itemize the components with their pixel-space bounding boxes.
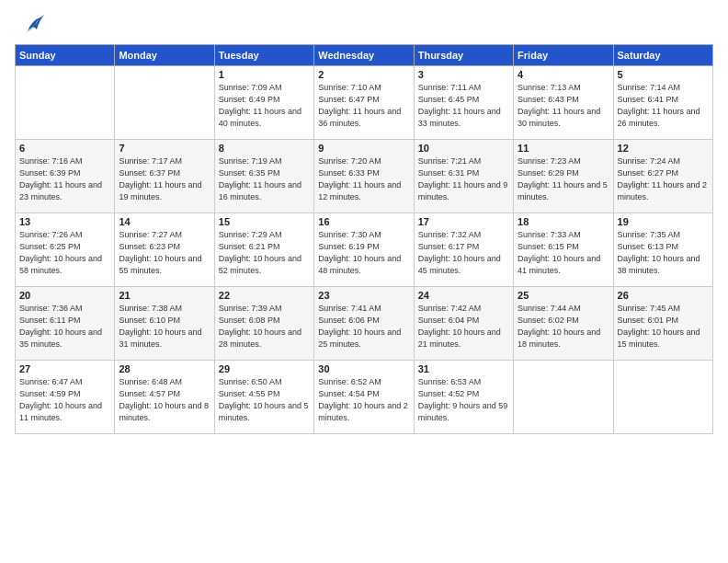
day-info: Sunrise: 7:39 AM Sunset: 6:08 PM Dayligh… xyxy=(219,303,310,350)
day-number: 26 xyxy=(618,290,709,301)
table-row: 18Sunrise: 7:33 AM Sunset: 6:15 PM Dayli… xyxy=(514,213,613,287)
table-row xyxy=(16,66,115,140)
day-info: Sunrise: 7:23 AM Sunset: 6:29 PM Dayligh… xyxy=(518,155,609,203)
day-info: Sunrise: 7:20 AM Sunset: 6:33 PM Dayligh… xyxy=(318,155,409,203)
day-info: Sunrise: 7:27 AM Sunset: 6:23 PM Dayligh… xyxy=(119,229,210,277)
weekday-header-row: Sunday Monday Tuesday Wednesday Thursday… xyxy=(16,45,713,66)
day-number: 10 xyxy=(418,143,509,154)
logo-bird-icon xyxy=(18,11,44,37)
day-info: Sunrise: 7:33 AM Sunset: 6:15 PM Dayligh… xyxy=(518,229,609,277)
calendar: Sunday Monday Tuesday Wednesday Thursday… xyxy=(15,44,713,434)
day-info: Sunrise: 7:21 AM Sunset: 6:31 PM Dayligh… xyxy=(418,155,509,203)
day-number: 31 xyxy=(418,363,509,374)
page: Sunday Monday Tuesday Wednesday Thursday… xyxy=(0,0,728,563)
day-number: 18 xyxy=(518,216,609,227)
table-row: 6Sunrise: 7:16 AM Sunset: 6:39 PM Daylig… xyxy=(16,140,115,213)
day-info: Sunrise: 6:50 AM Sunset: 4:55 PM Dayligh… xyxy=(219,376,310,424)
day-info: Sunrise: 7:11 AM Sunset: 6:45 PM Dayligh… xyxy=(418,82,509,130)
day-number: 2 xyxy=(318,69,409,80)
day-info: Sunrise: 7:38 AM Sunset: 6:10 PM Dayligh… xyxy=(119,303,210,350)
table-row xyxy=(115,66,214,140)
day-number: 24 xyxy=(418,290,509,301)
day-info: Sunrise: 7:44 AM Sunset: 6:02 PM Dayligh… xyxy=(518,303,609,350)
day-info: Sunrise: 6:52 AM Sunset: 4:54 PM Dayligh… xyxy=(318,376,409,424)
table-row: 12Sunrise: 7:24 AM Sunset: 6:27 PM Dayli… xyxy=(613,140,712,213)
table-row: 5Sunrise: 7:14 AM Sunset: 6:41 PM Daylig… xyxy=(613,66,712,140)
logo xyxy=(15,11,44,37)
day-number: 15 xyxy=(219,216,310,227)
day-number: 11 xyxy=(518,143,609,154)
day-number: 6 xyxy=(19,143,110,154)
table-row: 21Sunrise: 7:38 AM Sunset: 6:10 PM Dayli… xyxy=(115,287,214,361)
day-number: 8 xyxy=(219,143,310,154)
table-row: 14Sunrise: 7:27 AM Sunset: 6:23 PM Dayli… xyxy=(115,213,214,287)
table-row: 3Sunrise: 7:11 AM Sunset: 6:45 PM Daylig… xyxy=(414,66,513,140)
table-row: 13Sunrise: 7:26 AM Sunset: 6:25 PM Dayli… xyxy=(16,213,115,287)
day-number: 29 xyxy=(219,363,310,374)
day-number: 25 xyxy=(518,290,609,301)
table-row: 10Sunrise: 7:21 AM Sunset: 6:31 PM Dayli… xyxy=(414,140,513,213)
day-number: 9 xyxy=(318,143,409,154)
day-number: 30 xyxy=(318,363,409,374)
day-number: 4 xyxy=(518,69,609,80)
calendar-week-row: 20Sunrise: 7:36 AM Sunset: 6:11 PM Dayli… xyxy=(16,287,713,361)
day-info: Sunrise: 7:24 AM Sunset: 6:27 PM Dayligh… xyxy=(618,155,709,203)
table-row: 22Sunrise: 7:39 AM Sunset: 6:08 PM Dayli… xyxy=(214,287,313,361)
table-row: 27Sunrise: 6:47 AM Sunset: 4:59 PM Dayli… xyxy=(16,361,115,434)
day-info: Sunrise: 7:14 AM Sunset: 6:41 PM Dayligh… xyxy=(618,82,709,130)
table-row: 20Sunrise: 7:36 AM Sunset: 6:11 PM Dayli… xyxy=(16,287,115,361)
day-info: Sunrise: 7:45 AM Sunset: 6:01 PM Dayligh… xyxy=(618,303,709,350)
table-row: 19Sunrise: 7:35 AM Sunset: 6:13 PM Dayli… xyxy=(613,213,712,287)
day-number: 28 xyxy=(119,363,210,374)
day-number: 22 xyxy=(219,290,310,301)
day-number: 23 xyxy=(318,290,409,301)
table-row: 25Sunrise: 7:44 AM Sunset: 6:02 PM Dayli… xyxy=(514,287,613,361)
day-info: Sunrise: 7:09 AM Sunset: 6:49 PM Dayligh… xyxy=(219,82,310,130)
day-number: 20 xyxy=(19,290,110,301)
header-wednesday: Wednesday xyxy=(314,45,414,66)
day-info: Sunrise: 6:48 AM Sunset: 4:57 PM Dayligh… xyxy=(119,376,210,424)
day-info: Sunrise: 7:17 AM Sunset: 6:37 PM Dayligh… xyxy=(119,155,210,203)
table-row: 17Sunrise: 7:32 AM Sunset: 6:17 PM Dayli… xyxy=(414,213,513,287)
day-number: 3 xyxy=(418,69,509,80)
day-info: Sunrise: 7:29 AM Sunset: 6:21 PM Dayligh… xyxy=(219,229,310,277)
table-row: 28Sunrise: 6:48 AM Sunset: 4:57 PM Dayli… xyxy=(115,361,214,434)
table-row: 1Sunrise: 7:09 AM Sunset: 6:49 PM Daylig… xyxy=(214,66,313,140)
header-thursday: Thursday xyxy=(414,45,513,66)
header-monday: Monday xyxy=(115,45,214,66)
day-number: 1 xyxy=(219,69,310,80)
table-row: 7Sunrise: 7:17 AM Sunset: 6:37 PM Daylig… xyxy=(115,140,214,213)
day-info: Sunrise: 7:16 AM Sunset: 6:39 PM Dayligh… xyxy=(19,155,110,203)
table-row: 26Sunrise: 7:45 AM Sunset: 6:01 PM Dayli… xyxy=(613,287,712,361)
day-info: Sunrise: 7:13 AM Sunset: 6:43 PM Dayligh… xyxy=(518,82,609,130)
day-number: 21 xyxy=(119,290,210,301)
table-row: 9Sunrise: 7:20 AM Sunset: 6:33 PM Daylig… xyxy=(314,140,414,213)
day-number: 14 xyxy=(119,216,210,227)
table-row: 8Sunrise: 7:19 AM Sunset: 6:35 PM Daylig… xyxy=(214,140,313,213)
header xyxy=(15,11,713,37)
calendar-body: 1Sunrise: 7:09 AM Sunset: 6:49 PM Daylig… xyxy=(16,66,713,434)
table-row: 4Sunrise: 7:13 AM Sunset: 6:43 PM Daylig… xyxy=(514,66,613,140)
table-row: 15Sunrise: 7:29 AM Sunset: 6:21 PM Dayli… xyxy=(214,213,313,287)
day-number: 19 xyxy=(618,216,709,227)
table-row: 11Sunrise: 7:23 AM Sunset: 6:29 PM Dayli… xyxy=(514,140,613,213)
day-info: Sunrise: 7:41 AM Sunset: 6:06 PM Dayligh… xyxy=(318,303,409,350)
table-row: 2Sunrise: 7:10 AM Sunset: 6:47 PM Daylig… xyxy=(314,66,414,140)
day-number: 16 xyxy=(318,216,409,227)
day-info: Sunrise: 7:42 AM Sunset: 6:04 PM Dayligh… xyxy=(418,303,509,350)
day-number: 17 xyxy=(418,216,509,227)
table-row xyxy=(514,361,613,434)
header-friday: Friday xyxy=(514,45,613,66)
day-info: Sunrise: 7:35 AM Sunset: 6:13 PM Dayligh… xyxy=(618,229,709,277)
header-tuesday: Tuesday xyxy=(214,45,313,66)
day-info: Sunrise: 7:30 AM Sunset: 6:19 PM Dayligh… xyxy=(318,229,409,277)
table-row: 29Sunrise: 6:50 AM Sunset: 4:55 PM Dayli… xyxy=(214,361,313,434)
day-info: Sunrise: 6:53 AM Sunset: 4:52 PM Dayligh… xyxy=(418,376,509,424)
calendar-week-row: 6Sunrise: 7:16 AM Sunset: 6:39 PM Daylig… xyxy=(16,140,713,213)
table-row xyxy=(613,361,712,434)
table-row: 24Sunrise: 7:42 AM Sunset: 6:04 PM Dayli… xyxy=(414,287,513,361)
day-number: 27 xyxy=(19,363,110,374)
table-row: 30Sunrise: 6:52 AM Sunset: 4:54 PM Dayli… xyxy=(314,361,414,434)
day-info: Sunrise: 7:32 AM Sunset: 6:17 PM Dayligh… xyxy=(418,229,509,277)
header-saturday: Saturday xyxy=(613,45,712,66)
